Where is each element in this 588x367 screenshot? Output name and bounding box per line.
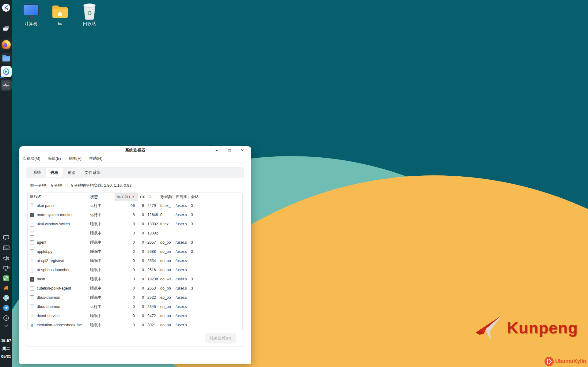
tray-expand-button[interactable] bbox=[0, 324, 12, 327]
svg-text:♻: ♻ bbox=[87, 10, 92, 16]
computer-icon bbox=[17, 3, 45, 20]
table-row[interactable]: ! ukui-panel 运行中 96 9 2479 futex_ /user.… bbox=[28, 201, 242, 210]
table-row[interactable]: ! at-spi2-registryd 睡眠中 0 0 2534 do_po /… bbox=[28, 256, 242, 265]
menu-help[interactable]: 帮助(H) bbox=[89, 156, 102, 161]
process-cgroup: /user.s bbox=[173, 277, 189, 281]
process-status: 运行中 bbox=[88, 304, 115, 309]
process-wait-channel: do_po bbox=[158, 240, 173, 245]
process-id: 2657 bbox=[145, 240, 158, 245]
table-row[interactable]: ! applet.py 睡眠中 0 0 2688 do_po /user.s 3 bbox=[28, 247, 242, 256]
table-row[interactable]: ! agent 睡眠中 0 0 2657 do_po /user.s 3 bbox=[28, 238, 242, 247]
process-cgroup: /user.s bbox=[173, 259, 189, 263]
menu-edit[interactable]: 编辑(E) bbox=[48, 156, 61, 161]
header-status[interactable]: 状态 bbox=[88, 193, 115, 201]
tab-system[interactable]: 系统 bbox=[29, 168, 45, 177]
process-icon: ~ bbox=[30, 277, 34, 282]
tab-processes[interactable]: 进程 bbox=[46, 168, 63, 177]
table-row[interactable]: ~ mate-system-monitor 运行中 8 0 12648 0 /u… bbox=[28, 210, 242, 219]
close-button[interactable]: ✕ bbox=[236, 147, 249, 154]
menu-view[interactable]: 视图(V) bbox=[68, 156, 82, 161]
taskbar-item-sync-app[interactable] bbox=[0, 66, 12, 77]
tray-network-button[interactable] bbox=[0, 266, 12, 272]
tab-resources[interactable]: 资源 bbox=[63, 168, 80, 177]
notification-dots bbox=[0, 77, 4, 78]
software-update-icon bbox=[3, 275, 9, 281]
process-session: 3 bbox=[189, 204, 242, 208]
process-cgroup: /user.s bbox=[173, 204, 189, 208]
process-wait-channel: do_po bbox=[158, 268, 173, 272]
ubuntukylin-wordmark: UbuntuKylin bbox=[555, 358, 586, 365]
process-wait-channel: do_po bbox=[158, 286, 173, 290]
process-cpu-time: 0 bbox=[138, 222, 145, 226]
process-wait-channel: 0 bbox=[158, 213, 173, 217]
tray-assistant-button[interactable] bbox=[0, 285, 12, 291]
clock-date: 05/31 bbox=[0, 353, 12, 361]
desktop-icon-label: lio bbox=[46, 21, 74, 26]
header-session[interactable]: 会话 bbox=[189, 193, 242, 201]
content-panel: 系统 进程 资源 文件系统 前一分钟、五分钟、十五分钟的平均负载: 1.80, … bbox=[26, 167, 244, 347]
process-icon: ! bbox=[30, 305, 34, 309]
process-icon: ~ bbox=[30, 213, 34, 217]
process-cgroup: /user.s bbox=[173, 323, 189, 327]
start-menu-button[interactable] bbox=[0, 4, 12, 12]
show-desktop-button[interactable] bbox=[1, 362, 11, 367]
table-row[interactable]: ~ bash 睡眠中 0 0 19238 do_wa /user.s 3 bbox=[28, 275, 242, 284]
process-icon: ! bbox=[30, 204, 34, 208]
table-row[interactable]: ! dbus-daemon 运行中 0 0 2345 ep_po /user.s bbox=[28, 302, 242, 311]
process-status: 睡眠中 bbox=[88, 323, 115, 328]
table-row[interactable]: ! cutefish-polkit-agent 睡眠中 0 0 2653 do_… bbox=[28, 284, 242, 293]
process-session: 3 bbox=[189, 286, 242, 290]
process-id: 2653 bbox=[145, 286, 158, 290]
process-id: 2479 bbox=[145, 204, 158, 208]
process-icon: ! bbox=[30, 259, 34, 263]
process-cpu-time: 0 bbox=[138, 286, 145, 290]
process-wait-channel: futex_ bbox=[158, 204, 173, 208]
taskbar-item-firefox[interactable] bbox=[0, 39, 12, 50]
tray-updater-button[interactable] bbox=[0, 275, 12, 281]
header-cpu-time[interactable]: CP bbox=[138, 193, 145, 201]
table-row[interactable]: ! ukui-window-switch 睡眠中 0 0 13002 futex… bbox=[28, 219, 242, 229]
titlebar[interactable]: 系统监视器 – □ ✕ bbox=[19, 146, 251, 154]
history-clock-icon bbox=[3, 315, 9, 321]
minimize-button[interactable]: – bbox=[210, 147, 223, 154]
table-row[interactable]: evolution-addressbook-fac 睡眠中 0 0 3021 d… bbox=[28, 320, 242, 330]
tray-messages-button[interactable] bbox=[0, 235, 12, 241]
table-row[interactable]: ! 睡眠中 0 0 13002 bbox=[28, 229, 242, 238]
taskbar-item-system-monitor[interactable] bbox=[0, 80, 12, 91]
header-cpu-sorted[interactable]: % CPU ▼ bbox=[115, 193, 138, 201]
process-session: 3 bbox=[189, 249, 242, 254]
table-row[interactable]: ! dbus-daemon 睡眠中 0 0 2522 ep_po /user.s bbox=[28, 293, 242, 302]
process-id: 13002 bbox=[145, 231, 158, 235]
maximize-button[interactable]: □ bbox=[223, 147, 236, 154]
tray-history-button[interactable] bbox=[0, 315, 12, 321]
header-wait-channel[interactable]: 等候频道 bbox=[158, 193, 173, 201]
header-process-name[interactable]: 进程名 bbox=[28, 193, 88, 201]
process-icon: ! bbox=[30, 249, 34, 254]
tray-sync-button[interactable] bbox=[0, 295, 12, 301]
process-cpu-time: 0 bbox=[138, 240, 145, 245]
process-cpu: 0 bbox=[115, 259, 138, 263]
process-status: 睡眠中 bbox=[88, 286, 115, 291]
table-row[interactable]: ! at-spi-bus-launcher 睡眠中 0 0 2516 do_po… bbox=[28, 265, 242, 275]
desktop-icon-trash[interactable]: ♻ 回收站 bbox=[75, 3, 104, 27]
desktop-icon-computer[interactable]: 计算机 bbox=[17, 3, 45, 27]
taskbar-clock[interactable]: 15:57 周二 05/31 bbox=[0, 337, 12, 361]
process-cpu-time: 0 bbox=[138, 249, 145, 254]
tray-keyboard-button[interactable] bbox=[0, 245, 12, 250]
process-cgroup: /user.s bbox=[173, 305, 189, 309]
end-process-button[interactable]: 结束进程(P) bbox=[205, 333, 236, 343]
tray-volume-button[interactable] bbox=[0, 256, 12, 261]
speech-bubble-icon bbox=[3, 235, 9, 241]
table-row[interactable]: ! dconf-service 睡眠中 0 0 2472 do_po /user… bbox=[28, 311, 242, 320]
header-cgroup[interactable]: 控制组 bbox=[173, 193, 189, 201]
window-switcher-button[interactable] bbox=[0, 25, 12, 32]
process-name: ukui-window-switch bbox=[37, 222, 70, 226]
tab-filesystems[interactable]: 文件系统 bbox=[80, 168, 105, 177]
menu-monitor[interactable]: 监视器(M) bbox=[22, 156, 40, 161]
tray-feedback-button[interactable] bbox=[0, 305, 12, 311]
process-id: 2472 bbox=[145, 314, 158, 318]
process-name: evolution-addressbook-fac bbox=[37, 323, 82, 327]
header-id[interactable]: ID bbox=[145, 193, 158, 201]
desktop-icon-home-folder[interactable]: lio bbox=[46, 3, 74, 26]
taskbar-item-file-manager[interactable] bbox=[0, 53, 12, 64]
